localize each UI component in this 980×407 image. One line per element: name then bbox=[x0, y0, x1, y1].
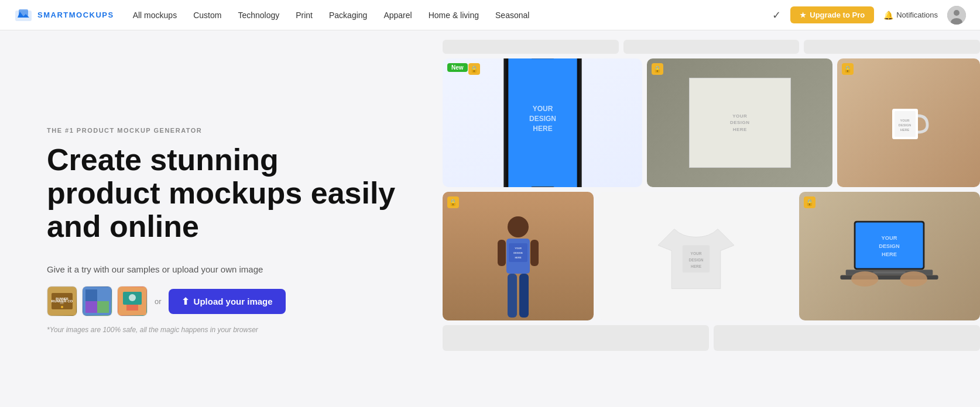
badge-lock-mug: 🔒 bbox=[842, 63, 854, 75]
svg-text:HERE: HERE bbox=[882, 251, 897, 257]
laptop-background: YOUR DESIGN HERE bbox=[799, 192, 980, 320]
svg-text:YOUR: YOUR bbox=[515, 247, 522, 250]
nav-seasonal[interactable]: Seasonal bbox=[495, 11, 529, 20]
upload-button[interactable]: ⬆ Upload your image bbox=[169, 289, 286, 314]
laptop-svg: YOUR DESIGN HERE bbox=[839, 218, 939, 294]
svg-text:DESIGN: DESIGN bbox=[513, 251, 522, 254]
mockup-laptop[interactable]: 🔒 YOUR DESIGN HERE bbox=[799, 192, 980, 320]
svg-text:DESIGN: DESIGN bbox=[689, 258, 704, 262]
mockup-mug[interactable]: 🔒 YOUR DESIGN HERE bbox=[837, 58, 980, 187]
logo[interactable]: SMARTMOCKUPS bbox=[14, 6, 114, 25]
right-panel: New 🔒 YOUR DESIGN HERE bbox=[433, 30, 980, 407]
sample-thumb-3[interactable] bbox=[117, 286, 148, 316]
svg-rect-40 bbox=[519, 274, 529, 318]
tshirt-background: YOUR DESIGN HERE bbox=[598, 192, 794, 320]
nav-print[interactable]: Print bbox=[296, 11, 313, 20]
person-svg: YOUR DESIGN HERE bbox=[495, 209, 542, 320]
cta-description: Give it a try with our samples or upload… bbox=[47, 264, 398, 274]
poster-frame: YOURDESIGNHERE bbox=[689, 78, 791, 168]
notifications-label: Notifications bbox=[896, 11, 938, 19]
svg-text:DESIGN: DESIGN bbox=[529, 115, 556, 123]
upgrade-label: Upgrade to Pro bbox=[810, 11, 865, 19]
safety-note: *Your images are 100% safe, all the magi… bbox=[47, 326, 398, 334]
user-avatar[interactable] bbox=[947, 6, 966, 25]
svg-text:DESIGN: DESIGN bbox=[899, 123, 911, 127]
mug-background: YOUR DESIGN HERE bbox=[837, 58, 980, 187]
top-card-1 bbox=[443, 40, 619, 54]
svg-text:HERE: HERE bbox=[691, 264, 702, 268]
svg-text:DESIGN: DESIGN bbox=[879, 243, 900, 249]
svg-text:HERE: HERE bbox=[533, 125, 552, 133]
mockup-person[interactable]: 🔒 YOUR DESIGN HERE bbox=[443, 192, 594, 320]
sample-images-row: RUNNER CO. bbox=[47, 286, 398, 316]
nav-all-mockups[interactable]: All mockups bbox=[133, 11, 177, 20]
left-panel: THE #1 PRODUCT MOCKUP GENERATOR Create s… bbox=[0, 30, 433, 407]
badge-lock-laptop: 🔒 bbox=[804, 196, 815, 208]
phone-background: YOUR DESIGN HERE bbox=[443, 58, 642, 187]
badge-lock-poster: 🔒 bbox=[652, 63, 663, 75]
svg-rect-34 bbox=[530, 240, 539, 266]
svg-point-54 bbox=[900, 271, 927, 287]
sample-2-img bbox=[83, 287, 111, 315]
svg-rect-12 bbox=[97, 301, 109, 313]
svg-rect-16 bbox=[126, 305, 138, 311]
svg-point-9 bbox=[61, 306, 63, 308]
sample-thumb-2[interactable] bbox=[82, 286, 112, 316]
svg-text:HERE: HERE bbox=[515, 256, 521, 259]
svg-rect-13 bbox=[85, 301, 97, 313]
poster-background: YOURDESIGNHERE bbox=[647, 58, 832, 187]
tshirt-svg: YOUR DESIGN HERE bbox=[658, 218, 734, 294]
main-container: THE #1 PRODUCT MOCKUP GENERATOR Create s… bbox=[0, 30, 980, 407]
person-background: YOUR DESIGN HERE bbox=[443, 192, 594, 320]
sample-thumb-1[interactable]: RUNNER CO. bbox=[47, 286, 77, 316]
navbar: SMARTMOCKUPS All mockups Custom Technolo… bbox=[0, 0, 980, 30]
row-bottom-partial bbox=[443, 325, 980, 351]
badge-lock-person: 🔒 bbox=[447, 196, 459, 208]
svg-text:YOUR: YOUR bbox=[691, 251, 702, 256]
cursor-icon: ✓ bbox=[772, 9, 781, 22]
badge-new: New bbox=[447, 63, 468, 72]
svg-text:YOUR: YOUR bbox=[532, 105, 553, 113]
badge-lock-phone: 🔒 bbox=[468, 63, 480, 75]
nav-custom[interactable]: Custom bbox=[193, 11, 221, 20]
mockup-poster[interactable]: 🔒 YOURDESIGNHERE bbox=[647, 58, 832, 187]
upload-icon: ⬆ bbox=[181, 296, 189, 307]
upgrade-button[interactable]: ★ Upgrade to Pro bbox=[790, 6, 874, 23]
upload-label: Upload your image bbox=[194, 296, 273, 306]
bottom-card-1 bbox=[443, 325, 709, 351]
svg-point-17 bbox=[129, 294, 136, 301]
svg-point-53 bbox=[851, 271, 878, 287]
svg-text:RUNNER: RUNNER bbox=[56, 297, 68, 301]
svg-rect-39 bbox=[508, 274, 517, 318]
poster-design-placeholder: YOURDESIGNHERE bbox=[730, 113, 750, 133]
star-icon: ★ bbox=[800, 11, 806, 19]
notifications-link[interactable]: 🔔 Notifications bbox=[883, 11, 938, 20]
nav-apparel[interactable]: Apparel bbox=[383, 11, 412, 20]
svg-point-31 bbox=[508, 216, 529, 237]
svg-text:HERE: HERE bbox=[900, 128, 910, 132]
nav-home-living[interactable]: Home & living bbox=[429, 11, 479, 20]
logo-text: SMARTMOCKUPS bbox=[37, 11, 114, 19]
svg-rect-21 bbox=[529, 58, 557, 59]
top-card-3 bbox=[804, 40, 980, 54]
mockup-tshirt[interactable]: YOUR DESIGN HERE bbox=[598, 192, 794, 320]
svg-rect-25 bbox=[531, 187, 554, 187]
svg-rect-1 bbox=[19, 9, 28, 16]
mockup-phone[interactable]: New 🔒 YOUR DESIGN HERE bbox=[443, 58, 642, 187]
nav-packaging[interactable]: Packaging bbox=[329, 11, 367, 20]
svg-text:CO.: CO. bbox=[60, 302, 64, 305]
nav-technology[interactable]: Technology bbox=[238, 11, 279, 20]
svg-point-3 bbox=[954, 10, 960, 16]
mockup-row-3: 🔒 YOUR DESIGN HERE bbox=[443, 192, 980, 320]
svg-rect-5 bbox=[48, 287, 76, 315]
mockup-row-2: New 🔒 YOUR DESIGN HERE bbox=[443, 58, 980, 187]
sample-3-img bbox=[118, 287, 146, 315]
mug-svg: YOUR DESIGN HERE bbox=[885, 99, 932, 146]
nav-links: All mockups Custom Technology Print Pack… bbox=[133, 11, 773, 20]
svg-rect-33 bbox=[498, 240, 506, 266]
phone-svg: YOUR DESIGN HERE bbox=[496, 58, 590, 187]
svg-text:YOUR: YOUR bbox=[882, 235, 897, 241]
svg-rect-52 bbox=[873, 271, 906, 274]
or-separator: or bbox=[155, 297, 162, 306]
navbar-right: ✓ ★ Upgrade to Pro 🔔 Notifications bbox=[772, 6, 966, 25]
